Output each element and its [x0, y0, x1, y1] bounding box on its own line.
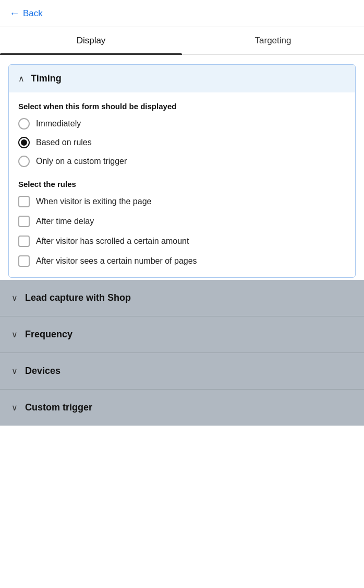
checkbox-exit-label: When visitor is exiting the page	[36, 197, 151, 206]
chevron-down-custom-icon: ∨	[11, 403, 18, 413]
checkbox-pages[interactable]: After visitor sees a certain number of p…	[18, 255, 346, 267]
collapsed-sections: ∨ Lead capture with Shop ∨ Frequency ∨ D…	[0, 280, 364, 426]
chevron-down-frequency-icon: ∨	[11, 330, 18, 339]
radio-based-on-rules[interactable]: Based on rules	[18, 137, 346, 148]
checkbox-time-delay-label: After time delay	[36, 217, 94, 226]
radio-custom-trigger-input[interactable]	[18, 156, 30, 167]
timing-section: ∧ Timing Select when this form should be…	[8, 64, 356, 278]
back-button[interactable]: ← Back	[9, 7, 43, 19]
section-custom-trigger[interactable]: ∨ Custom trigger	[0, 390, 364, 426]
checkbox-scroll-input[interactable]	[18, 236, 30, 247]
timing-section-title: Timing	[31, 73, 62, 84]
checkbox-scroll[interactable]: After visitor has scrolled a certain amo…	[18, 236, 346, 247]
back-arrow-icon: ←	[9, 7, 20, 19]
section-lead-capture-label: Lead capture with Shop	[25, 292, 131, 303]
timing-body: Select when this form should be displaye…	[9, 92, 355, 277]
section-lead-capture[interactable]: ∨ Lead capture with Shop	[0, 280, 364, 316]
tabs-container: Display Targeting	[0, 27, 364, 55]
section-frequency-label: Frequency	[25, 329, 72, 340]
checkbox-pages-label: After visitor sees a certain number of p…	[36, 256, 197, 266]
chevron-down-lead-icon: ∨	[11, 293, 18, 303]
section-devices[interactable]: ∨ Devices	[0, 353, 364, 390]
back-label: Back	[23, 8, 43, 19]
section-frequency[interactable]: ∨ Frequency	[0, 316, 364, 353]
rules-label: Select the rules	[18, 180, 346, 189]
section-custom-trigger-label: Custom trigger	[25, 402, 92, 413]
header: ← Back	[0, 0, 364, 27]
checkbox-scroll-label: After visitor has scrolled a certain amo…	[36, 237, 189, 246]
chevron-down-devices-icon: ∨	[11, 366, 18, 376]
tab-targeting[interactable]: Targeting	[182, 27, 364, 54]
display-options: Immediately Based on rules Only on a cus…	[18, 118, 346, 167]
section-devices-label: Devices	[25, 366, 60, 377]
checkbox-pages-input[interactable]	[18, 255, 30, 267]
radio-immediately[interactable]: Immediately	[18, 118, 346, 130]
radio-immediately-label: Immediately	[36, 119, 81, 128]
radio-based-on-rules-input[interactable]	[18, 137, 30, 148]
checkbox-exit-input[interactable]	[18, 196, 30, 207]
radio-custom-trigger-label: Only on a custom trigger	[36, 157, 127, 166]
timing-section-header[interactable]: ∧ Timing	[9, 65, 355, 92]
tab-display[interactable]: Display	[0, 27, 182, 54]
rules-options: When visitor is exiting the page After t…	[18, 196, 346, 267]
content-area: ∧ Timing Select when this form should be…	[0, 64, 364, 426]
checkbox-time-delay-input[interactable]	[18, 216, 30, 227]
radio-immediately-input[interactable]	[18, 118, 30, 130]
checkbox-exit[interactable]: When visitor is exiting the page	[18, 196, 346, 207]
chevron-up-icon: ∧	[18, 74, 25, 84]
checkbox-time-delay[interactable]: After time delay	[18, 216, 346, 227]
radio-based-on-rules-label: Based on rules	[36, 138, 92, 147]
radio-custom-trigger[interactable]: Only on a custom trigger	[18, 156, 346, 167]
display-label: Select when this form should be displaye…	[18, 102, 346, 111]
